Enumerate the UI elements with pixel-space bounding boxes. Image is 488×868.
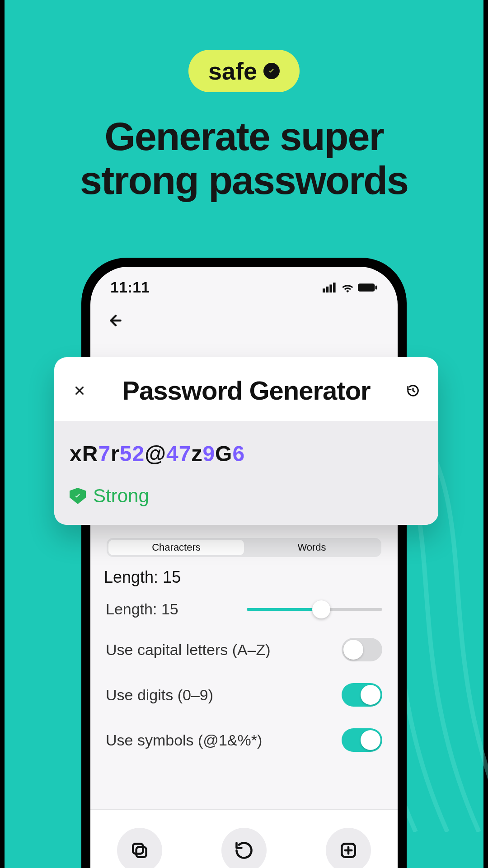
safe-badge: safe bbox=[188, 50, 300, 92]
close-icon bbox=[73, 384, 86, 397]
length-slider[interactable] bbox=[247, 608, 382, 611]
option-capitals-toggle[interactable] bbox=[342, 638, 382, 661]
check-circle-icon bbox=[263, 63, 280, 79]
strength-label: Strong bbox=[93, 485, 149, 507]
mode-segmented-control[interactable]: Characters Words bbox=[107, 538, 381, 557]
svg-rect-5 bbox=[375, 285, 377, 289]
segment-words[interactable]: Words bbox=[244, 540, 380, 555]
card-title: Password Generator bbox=[122, 375, 370, 406]
copy-action[interactable]: Copy bbox=[117, 828, 162, 868]
generator-card: Password Generator xR7r52@47z9G6 Strong bbox=[54, 357, 438, 525]
length-header: Length: 15 bbox=[104, 568, 386, 587]
safe-badge-label: safe bbox=[208, 57, 257, 85]
arrow-left-icon bbox=[108, 312, 124, 329]
shield-check-icon bbox=[70, 488, 86, 504]
svg-rect-6 bbox=[136, 847, 146, 857]
battery-icon bbox=[358, 283, 378, 292]
svg-rect-7 bbox=[133, 844, 143, 854]
option-digits-label: Use digits (0–9) bbox=[106, 686, 213, 704]
status-bar: 11:11 bbox=[90, 267, 398, 301]
close-button[interactable] bbox=[70, 381, 89, 401]
svg-rect-4 bbox=[358, 283, 375, 292]
svg-rect-3 bbox=[333, 283, 336, 292]
phone-frame: 11:11 Characters Words Length: 15 Length… bbox=[81, 258, 407, 868]
back-button[interactable] bbox=[90, 301, 398, 335]
promo-headline: Generate super strong passwords bbox=[0, 115, 488, 203]
generated-password: xR7r52@47z9G6 bbox=[70, 441, 423, 466]
svg-rect-1 bbox=[326, 286, 329, 292]
bottom-action-bar: Copy Generate Save bbox=[90, 809, 398, 868]
signal-icon bbox=[323, 283, 338, 292]
save-action[interactable]: Save bbox=[326, 828, 371, 868]
plus-square-icon bbox=[338, 840, 358, 860]
segment-characters[interactable]: Characters bbox=[108, 540, 244, 555]
history-icon bbox=[406, 384, 420, 397]
option-symbols-toggle[interactable] bbox=[342, 728, 382, 752]
option-symbols-label: Use symbols (@1&%*) bbox=[106, 731, 262, 749]
history-button[interactable] bbox=[403, 381, 423, 401]
option-digits-toggle[interactable] bbox=[342, 683, 382, 707]
svg-rect-2 bbox=[330, 284, 333, 292]
generate-action[interactable]: Generate bbox=[216, 828, 272, 868]
status-time: 11:11 bbox=[110, 278, 150, 296]
copy-icon bbox=[130, 840, 150, 860]
length-slider-label: Length: 15 bbox=[106, 600, 178, 618]
refresh-icon bbox=[234, 840, 254, 860]
option-capitals-label: Use capital letters (A–Z) bbox=[106, 641, 271, 659]
svg-rect-0 bbox=[323, 288, 325, 292]
wifi-icon bbox=[341, 283, 354, 292]
